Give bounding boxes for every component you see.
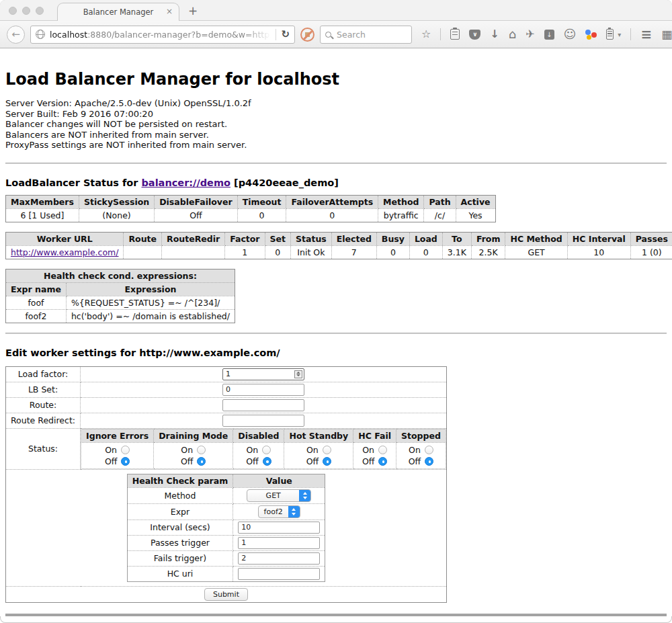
hangouts-extension-icon[interactable] (585, 30, 597, 40)
cell-hc-method: GET (505, 245, 567, 259)
col-elected: Elected (331, 232, 376, 245)
load-factor-input[interactable] (222, 368, 304, 380)
divider (5, 163, 667, 164)
status-radios-row: On Off On Off On Off (81, 442, 446, 468)
balancer-demo-link[interactable]: balancer://demo (141, 177, 230, 188)
send-icon[interactable]: ✈ (526, 29, 534, 40)
disabled-off-radio[interactable] (263, 457, 271, 466)
route-input[interactable] (222, 399, 304, 411)
hc-fail-off-radio[interactable] (378, 457, 387, 466)
hot-standby-off-radio[interactable] (323, 457, 331, 466)
stopped-on-radio[interactable] (425, 446, 433, 454)
tab-groups-icon[interactable]: ▦ (661, 28, 672, 41)
worker-url-link[interactable]: http://www.example.com/ (11, 247, 118, 257)
reload-icon[interactable]: ↻ (281, 28, 290, 40)
cell-method: bytraffic (378, 208, 424, 222)
fails-input[interactable] (238, 552, 320, 565)
submit-button[interactable]: Submit (204, 588, 248, 601)
pocket-icon[interactable]: ∨ (469, 30, 480, 40)
ignore-errors-on-radio[interactable] (121, 446, 130, 454)
draining-mode-off-radio[interactable] (197, 457, 206, 466)
content-blocked-icon[interactable] (300, 28, 314, 42)
worker-row: http://www.example.com/ 1 0 Init Ok 7 0 … (6, 245, 672, 259)
table-title-row: Health check cond. expressions: (6, 269, 235, 282)
expr-select[interactable]: foof2 (258, 505, 300, 518)
radio-on-label: On (306, 444, 319, 456)
worker-status-table: Worker URL Route RouteRedir Factor Set S… (5, 232, 672, 259)
lb-set-input[interactable] (222, 384, 304, 396)
radio-on-label: On (247, 444, 259, 456)
cell-timeout: 0 (237, 208, 286, 222)
hc-fail-on-radio[interactable] (378, 446, 387, 454)
radio-off-label: Off (362, 456, 374, 467)
overflow-caret-icon[interactable]: ▾ (618, 31, 621, 38)
battery-extension-icon[interactable] (606, 29, 614, 40)
ignore-errors-off-radio[interactable] (121, 457, 130, 466)
hot-standby-cell: On Off (284, 442, 353, 468)
toolbar-divider (440, 28, 441, 40)
window-zoom-button[interactable] (36, 7, 44, 15)
url-path: :8880/balancer-manager?b=demo&w=http://w… (87, 30, 271, 40)
loadbalancer-status-heading: LoadBalancer Status for balancer://demo … (5, 177, 667, 188)
draining-mode-on-radio[interactable] (197, 446, 206, 454)
search-input[interactable] (335, 29, 407, 40)
heading-prefix: LoadBalancer Status for (5, 177, 141, 188)
passes-input[interactable] (238, 537, 320, 549)
downloads-icon[interactable]: ↓ (490, 29, 499, 40)
reading-list-icon[interactable] (450, 29, 460, 40)
disabled-on-radio[interactable] (262, 446, 271, 454)
bottom-divider (5, 614, 667, 616)
home-icon[interactable]: ⌂ (509, 29, 516, 40)
cell-busy: 0 (376, 245, 409, 259)
col-disabled: Disabled (233, 429, 284, 442)
heading-suffix: [p4420eeae_demo] (230, 177, 339, 188)
hc-fail-cell: On Off (353, 442, 396, 468)
stopped-off-radio[interactable] (425, 457, 433, 466)
col-expr-name: Expr name (6, 282, 67, 296)
hc-params-cell: Health Check param Value Method GET Expr (6, 469, 447, 586)
col-path: Path (424, 195, 456, 208)
col-hc-method: HC Method (505, 232, 567, 245)
radio-on-label: On (362, 444, 374, 456)
search-bar[interactable] (320, 26, 412, 44)
load-factor-field-wrap (222, 368, 304, 380)
radio-off-label: Off (409, 456, 421, 467)
route-redirect-input[interactable] (222, 415, 304, 427)
cell-failoverattempts: 0 (286, 208, 378, 222)
passes-cell (233, 535, 325, 550)
url-text[interactable]: localhost:8880/balancer-manager?b=demo&w… (50, 30, 271, 40)
server-info: Server Version: Apache/2.5.0-dev (Unix) … (5, 98, 667, 151)
menu-icon[interactable]: ≡ (640, 26, 652, 42)
col-hc-fail: HC Fail (353, 429, 396, 442)
interval-input[interactable] (238, 522, 320, 534)
tab-balancer-manager[interactable]: Balancer Manager × (57, 3, 179, 21)
route-redirect-cell (81, 413, 447, 428)
feedback-smiley-icon[interactable]: ☺ (564, 29, 577, 40)
bookmark-star-icon[interactable]: ☆ (421, 29, 431, 40)
window-controls (9, 7, 44, 15)
window-minimize-button[interactable] (22, 7, 30, 15)
form-row-lb-set: LB Set: (6, 382, 447, 397)
cell-stickysession: (None) (79, 208, 154, 222)
save-to-device-icon[interactable]: ↓ (544, 30, 554, 40)
hc-expressions-table: Health check cond. expressions: Expr nam… (5, 269, 235, 323)
number-spinner-icon[interactable] (294, 370, 302, 378)
route-label: Route: (6, 397, 81, 413)
select-stepper-icon (299, 490, 310, 501)
hc-row-hc-uri: HC uri (127, 566, 325, 581)
hc-row-method: Method GET (127, 487, 325, 503)
url-bar[interactable]: localhost:8880/balancer-manager?b=demo&w… (30, 26, 295, 44)
form-row-hc-params: Health Check param Value Method GET Expr (6, 469, 447, 586)
hot-standby-on-radio[interactable] (323, 446, 331, 454)
cell-factor: 1 (225, 245, 265, 259)
back-button[interactable]: ← (7, 26, 25, 44)
method-select[interactable]: GET (247, 489, 311, 502)
route-cell (81, 397, 447, 413)
hc-uri-input[interactable] (238, 568, 320, 580)
server-built-line: Server Built: Feb 9 2016 07:00:20 (5, 109, 667, 120)
new-tab-button[interactable]: + (188, 4, 198, 17)
lb-set-label: LB Set: (6, 382, 81, 397)
window-close-button[interactable] (9, 7, 17, 15)
tab-close-icon[interactable]: × (166, 7, 173, 15)
disabled-cell: On Off (233, 442, 284, 468)
